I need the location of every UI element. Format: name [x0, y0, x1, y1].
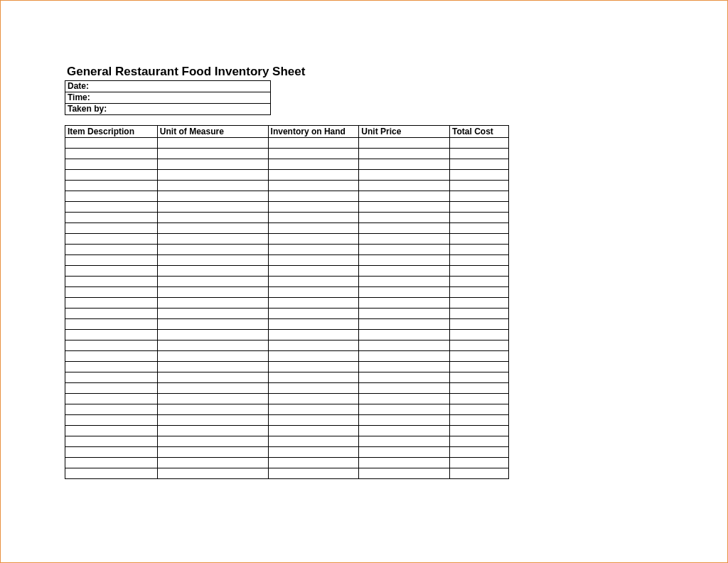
- table-row: [65, 341, 509, 351]
- table-row: [65, 181, 509, 191]
- meta-row-taken-by: Taken by:: [65, 104, 271, 115]
- table-cell: [65, 362, 158, 372]
- meta-table: Date: Time: Taken by:: [65, 80, 271, 115]
- table-cell: [359, 458, 450, 468]
- table-row: [65, 255, 509, 266]
- table-cell: [65, 436, 158, 447]
- table-cell: [450, 181, 509, 191]
- table-row: [65, 351, 509, 362]
- table-cell: [268, 341, 359, 351]
- table-row: [65, 415, 509, 426]
- table-cell: [450, 426, 509, 436]
- table-cell: [268, 234, 359, 245]
- table-cell: [268, 245, 359, 255]
- table-cell: [268, 458, 359, 468]
- table-cell: [359, 309, 450, 319]
- table-cell: [359, 170, 450, 181]
- table-cell: [268, 351, 359, 362]
- table-row: [65, 330, 509, 341]
- table-row: [65, 277, 509, 287]
- table-cell: [65, 394, 158, 404]
- table-cell: [450, 394, 509, 404]
- table-cell: [65, 149, 158, 159]
- table-cell: [450, 170, 509, 181]
- table-cell: [268, 426, 359, 436]
- table-cell: [65, 277, 158, 287]
- table-cell: [268, 170, 359, 181]
- table-cell: [268, 394, 359, 404]
- table-cell: [65, 138, 158, 149]
- table-cell: [359, 330, 450, 341]
- table-cell: [157, 394, 268, 404]
- table-cell: [157, 277, 268, 287]
- table-cell: [65, 426, 158, 436]
- col-header-total-cost: Total Cost: [450, 126, 509, 138]
- table-cell: [65, 341, 158, 351]
- table-cell: [450, 319, 509, 330]
- table-cell: [65, 181, 158, 191]
- table-cell: [65, 266, 158, 277]
- table-cell: [450, 458, 509, 468]
- table-cell: [65, 298, 158, 309]
- table-cell: [157, 287, 268, 298]
- table-cell: [157, 223, 268, 234]
- table-cell: [450, 245, 509, 255]
- table-row: [65, 234, 509, 245]
- table-cell: [157, 181, 268, 191]
- table-row: [65, 213, 509, 223]
- table-cell: [450, 255, 509, 266]
- table-cell: [450, 191, 509, 202]
- table-row: [65, 309, 509, 319]
- table-cell: [65, 404, 158, 415]
- table-cell: [157, 255, 268, 266]
- table-cell: [359, 234, 450, 245]
- table-cell: [157, 159, 268, 170]
- table-cell: [157, 319, 268, 330]
- table-cell: [450, 404, 509, 415]
- table-cell: [450, 330, 509, 341]
- table-cell: [359, 436, 450, 447]
- table-cell: [65, 287, 158, 298]
- table-cell: [268, 298, 359, 309]
- table-cell: [65, 468, 158, 479]
- table-cell: [268, 266, 359, 277]
- inventory-document: General Restaurant Food Inventory Sheet …: [65, 65, 509, 479]
- table-cell: [450, 234, 509, 245]
- table-cell: [268, 213, 359, 223]
- table-cell: [65, 330, 158, 341]
- table-cell: [359, 181, 450, 191]
- table-row: [65, 266, 509, 277]
- table-cell: [268, 383, 359, 394]
- table-row: [65, 191, 509, 202]
- col-header-unit-price: Unit Price: [359, 126, 450, 138]
- table-cell: [65, 223, 158, 234]
- table-cell: [450, 159, 509, 170]
- table-row: [65, 383, 509, 394]
- table-cell: [359, 383, 450, 394]
- table-cell: [359, 372, 450, 383]
- table-cell: [359, 202, 450, 213]
- table-cell: [450, 351, 509, 362]
- table-cell: [359, 362, 450, 372]
- table-cell: [65, 319, 158, 330]
- table-cell: [157, 245, 268, 255]
- table-row: [65, 170, 509, 181]
- table-row: [65, 436, 509, 447]
- table-cell: [359, 468, 450, 479]
- table-cell: [450, 436, 509, 447]
- table-cell: [65, 159, 158, 170]
- inventory-body: [65, 138, 509, 479]
- col-header-inventory-on-hand: Inventory on Hand: [268, 126, 359, 138]
- table-cell: [359, 255, 450, 266]
- table-cell: [359, 191, 450, 202]
- meta-row-time: Time:: [65, 92, 271, 104]
- table-cell: [268, 287, 359, 298]
- table-cell: [450, 223, 509, 234]
- date-label: Date:: [65, 81, 271, 92]
- table-row: [65, 362, 509, 372]
- table-cell: [157, 415, 268, 426]
- table-cell: [157, 191, 268, 202]
- table-cell: [268, 319, 359, 330]
- table-cell: [268, 362, 359, 372]
- table-cell: [450, 309, 509, 319]
